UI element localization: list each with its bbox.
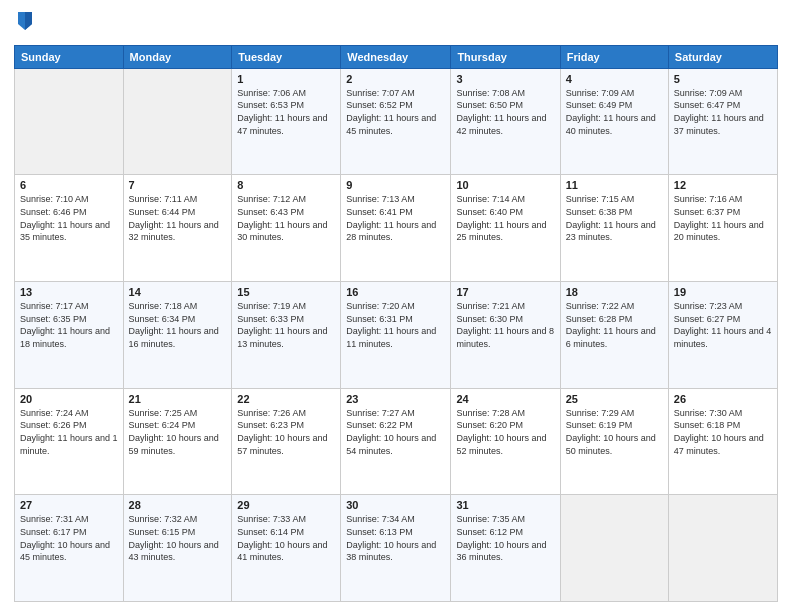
day-info: Sunrise: 7:34 AM Sunset: 6:13 PM Dayligh… [346,513,445,563]
day-number: 23 [346,393,445,405]
calendar-cell: 3Sunrise: 7:08 AM Sunset: 6:50 PM Daylig… [451,68,560,175]
day-info: Sunrise: 7:31 AM Sunset: 6:17 PM Dayligh… [20,513,118,563]
calendar-cell: 22Sunrise: 7:26 AM Sunset: 6:23 PM Dayli… [232,388,341,495]
day-number: 15 [237,286,335,298]
calendar-cell: 11Sunrise: 7:15 AM Sunset: 6:38 PM Dayli… [560,175,668,282]
logo-text [14,10,34,37]
day-info: Sunrise: 7:10 AM Sunset: 6:46 PM Dayligh… [20,193,118,243]
day-info: Sunrise: 7:33 AM Sunset: 6:14 PM Dayligh… [237,513,335,563]
day-number: 27 [20,499,118,511]
calendar-cell: 9Sunrise: 7:13 AM Sunset: 6:41 PM Daylig… [341,175,451,282]
calendar-cell: 16Sunrise: 7:20 AM Sunset: 6:31 PM Dayli… [341,282,451,389]
calendar-cell [668,495,777,602]
day-info: Sunrise: 7:27 AM Sunset: 6:22 PM Dayligh… [346,407,445,457]
weekday-header-saturday: Saturday [668,45,777,68]
day-number: 16 [346,286,445,298]
calendar-cell: 26Sunrise: 7:30 AM Sunset: 6:18 PM Dayli… [668,388,777,495]
calendar-week-row: 13Sunrise: 7:17 AM Sunset: 6:35 PM Dayli… [15,282,778,389]
calendar-cell: 6Sunrise: 7:10 AM Sunset: 6:46 PM Daylig… [15,175,124,282]
day-info: Sunrise: 7:28 AM Sunset: 6:20 PM Dayligh… [456,407,554,457]
day-info: Sunrise: 7:09 AM Sunset: 6:49 PM Dayligh… [566,87,663,137]
calendar-cell: 29Sunrise: 7:33 AM Sunset: 6:14 PM Dayli… [232,495,341,602]
day-number: 14 [129,286,227,298]
calendar-cell: 8Sunrise: 7:12 AM Sunset: 6:43 PM Daylig… [232,175,341,282]
logo-icon [16,10,34,32]
weekday-header-monday: Monday [123,45,232,68]
day-info: Sunrise: 7:22 AM Sunset: 6:28 PM Dayligh… [566,300,663,350]
calendar-cell: 23Sunrise: 7:27 AM Sunset: 6:22 PM Dayli… [341,388,451,495]
day-info: Sunrise: 7:07 AM Sunset: 6:52 PM Dayligh… [346,87,445,137]
day-info: Sunrise: 7:35 AM Sunset: 6:12 PM Dayligh… [456,513,554,563]
calendar-cell: 30Sunrise: 7:34 AM Sunset: 6:13 PM Dayli… [341,495,451,602]
calendar-cell: 12Sunrise: 7:16 AM Sunset: 6:37 PM Dayli… [668,175,777,282]
page: SundayMondayTuesdayWednesdayThursdayFrid… [0,0,792,612]
day-info: Sunrise: 7:30 AM Sunset: 6:18 PM Dayligh… [674,407,772,457]
day-number: 28 [129,499,227,511]
weekday-header-wednesday: Wednesday [341,45,451,68]
weekday-header-thursday: Thursday [451,45,560,68]
header [14,10,778,37]
day-info: Sunrise: 7:23 AM Sunset: 6:27 PM Dayligh… [674,300,772,350]
day-number: 8 [237,179,335,191]
day-number: 11 [566,179,663,191]
calendar-cell [15,68,124,175]
calendar-cell: 10Sunrise: 7:14 AM Sunset: 6:40 PM Dayli… [451,175,560,282]
calendar-cell: 14Sunrise: 7:18 AM Sunset: 6:34 PM Dayli… [123,282,232,389]
calendar-cell: 1Sunrise: 7:06 AM Sunset: 6:53 PM Daylig… [232,68,341,175]
day-info: Sunrise: 7:14 AM Sunset: 6:40 PM Dayligh… [456,193,554,243]
calendar-cell: 31Sunrise: 7:35 AM Sunset: 6:12 PM Dayli… [451,495,560,602]
calendar-week-row: 27Sunrise: 7:31 AM Sunset: 6:17 PM Dayli… [15,495,778,602]
day-number: 9 [346,179,445,191]
day-number: 18 [566,286,663,298]
calendar-cell: 2Sunrise: 7:07 AM Sunset: 6:52 PM Daylig… [341,68,451,175]
day-info: Sunrise: 7:18 AM Sunset: 6:34 PM Dayligh… [129,300,227,350]
calendar-cell: 28Sunrise: 7:32 AM Sunset: 6:15 PM Dayli… [123,495,232,602]
calendar-cell: 5Sunrise: 7:09 AM Sunset: 6:47 PM Daylig… [668,68,777,175]
calendar-cell: 20Sunrise: 7:24 AM Sunset: 6:26 PM Dayli… [15,388,124,495]
day-number: 31 [456,499,554,511]
calendar-header-row: SundayMondayTuesdayWednesdayThursdayFrid… [15,45,778,68]
day-number: 6 [20,179,118,191]
calendar-cell: 19Sunrise: 7:23 AM Sunset: 6:27 PM Dayli… [668,282,777,389]
day-number: 21 [129,393,227,405]
calendar-cell: 4Sunrise: 7:09 AM Sunset: 6:49 PM Daylig… [560,68,668,175]
calendar-table: SundayMondayTuesdayWednesdayThursdayFrid… [14,45,778,602]
calendar-cell: 13Sunrise: 7:17 AM Sunset: 6:35 PM Dayli… [15,282,124,389]
day-number: 26 [674,393,772,405]
day-number: 25 [566,393,663,405]
calendar-cell: 25Sunrise: 7:29 AM Sunset: 6:19 PM Dayli… [560,388,668,495]
calendar-cell: 7Sunrise: 7:11 AM Sunset: 6:44 PM Daylig… [123,175,232,282]
day-number: 5 [674,73,772,85]
day-info: Sunrise: 7:20 AM Sunset: 6:31 PM Dayligh… [346,300,445,350]
day-info: Sunrise: 7:17 AM Sunset: 6:35 PM Dayligh… [20,300,118,350]
day-number: 24 [456,393,554,405]
day-info: Sunrise: 7:11 AM Sunset: 6:44 PM Dayligh… [129,193,227,243]
day-info: Sunrise: 7:09 AM Sunset: 6:47 PM Dayligh… [674,87,772,137]
weekday-header-friday: Friday [560,45,668,68]
day-info: Sunrise: 7:15 AM Sunset: 6:38 PM Dayligh… [566,193,663,243]
day-number: 12 [674,179,772,191]
svg-marker-1 [25,12,32,30]
calendar-cell: 21Sunrise: 7:25 AM Sunset: 6:24 PM Dayli… [123,388,232,495]
day-info: Sunrise: 7:12 AM Sunset: 6:43 PM Dayligh… [237,193,335,243]
calendar-cell: 24Sunrise: 7:28 AM Sunset: 6:20 PM Dayli… [451,388,560,495]
day-number: 4 [566,73,663,85]
day-info: Sunrise: 7:06 AM Sunset: 6:53 PM Dayligh… [237,87,335,137]
day-number: 7 [129,179,227,191]
day-number: 29 [237,499,335,511]
calendar-week-row: 20Sunrise: 7:24 AM Sunset: 6:26 PM Dayli… [15,388,778,495]
day-info: Sunrise: 7:25 AM Sunset: 6:24 PM Dayligh… [129,407,227,457]
day-number: 3 [456,73,554,85]
weekday-header-sunday: Sunday [15,45,124,68]
day-info: Sunrise: 7:21 AM Sunset: 6:30 PM Dayligh… [456,300,554,350]
day-number: 1 [237,73,335,85]
calendar-cell: 27Sunrise: 7:31 AM Sunset: 6:17 PM Dayli… [15,495,124,602]
day-number: 17 [456,286,554,298]
calendar-cell: 18Sunrise: 7:22 AM Sunset: 6:28 PM Dayli… [560,282,668,389]
day-info: Sunrise: 7:29 AM Sunset: 6:19 PM Dayligh… [566,407,663,457]
day-info: Sunrise: 7:26 AM Sunset: 6:23 PM Dayligh… [237,407,335,457]
day-number: 19 [674,286,772,298]
day-info: Sunrise: 7:32 AM Sunset: 6:15 PM Dayligh… [129,513,227,563]
calendar-cell [560,495,668,602]
calendar-week-row: 6Sunrise: 7:10 AM Sunset: 6:46 PM Daylig… [15,175,778,282]
